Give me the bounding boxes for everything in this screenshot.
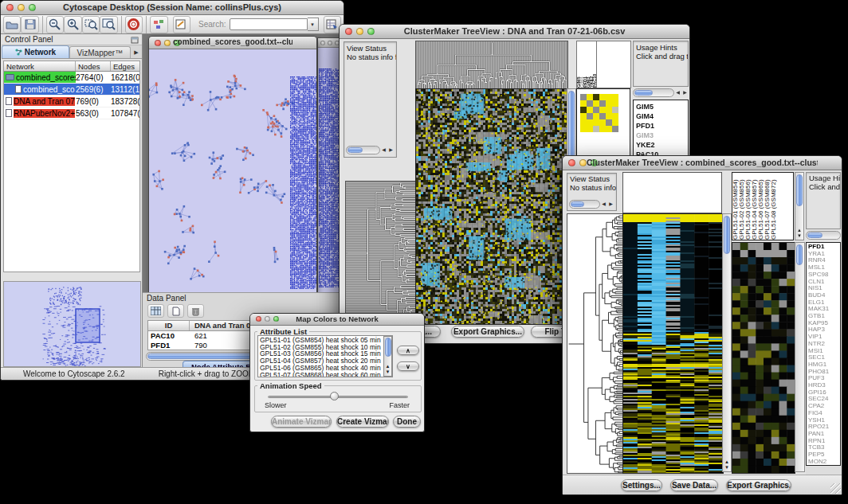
treeview2-collabel-vscrollbar[interactable]: ▲ ▼: [795, 172, 804, 240]
view-status-hscrollbar[interactable]: ◀ ▶: [569, 199, 614, 209]
network-row-rnapubernov2[interactable]: RNAPuberNov2+ 563(0) 107847(0): [4, 107, 139, 119]
close-icon[interactable]: [6, 4, 14, 11]
treeview2-zoom-vscrollbar[interactable]: [795, 242, 805, 472]
minimize-icon[interactable]: [356, 28, 363, 35]
scroll-left-icon[interactable]: ◀: [600, 200, 607, 209]
help-button[interactable]: [125, 16, 143, 33]
treeview1-hints-hscrollbar[interactable]: ◀ ▶: [633, 88, 689, 98]
treeview2-column-dendrogram-area[interactable]: [622, 172, 722, 213]
scroll-up-icon[interactable]: ▲: [384, 364, 391, 369]
treeview2-vscrollbar[interactable]: ▲ ▼: [722, 213, 732, 472]
scrollbar-thumb[interactable]: [807, 232, 822, 238]
tab-overflow-button[interactable]: ▶: [131, 46, 142, 58]
treeview2-heatmap[interactable]: [622, 213, 724, 474]
column-label[interactable]: GPL51-02 (GSM855): [739, 173, 745, 240]
speed-slider-thumb[interactable]: [330, 392, 339, 400]
tab-network[interactable]: Network: [2, 45, 69, 58]
gene-label[interactable]: PHO81: [808, 369, 840, 376]
gene-label[interactable]: SEC24: [808, 396, 840, 403]
gene-label[interactable]: YKE2: [636, 140, 688, 150]
attribute-list-item[interactable]: GPL51-06 (GSM865) heat shock 40 min: [260, 365, 391, 372]
gene-label[interactable]: NIS1: [808, 285, 840, 292]
annotation-button[interactable]: [173, 16, 190, 33]
column-header-nodes[interactable]: Nodes: [76, 61, 111, 71]
network-row-dna-and-tran[interactable]: DNA and Tran 07 769(0) 183728(0): [4, 96, 139, 107]
treeview2-row-dendrogram[interactable]: [567, 213, 624, 474]
gene-label[interactable]: TCB3: [808, 444, 840, 451]
minimize-icon[interactable]: [265, 316, 270, 322]
minimize-icon[interactable]: [579, 159, 587, 166]
gene-label[interactable]: MAK31: [808, 306, 840, 313]
gene-label[interactable]: VIP1: [808, 334, 840, 341]
gene-label[interactable]: PFD1: [636, 121, 688, 131]
treeview1-zoom-heatmap[interactable]: [580, 94, 618, 132]
done-button[interactable]: Done: [393, 416, 421, 428]
gene-label[interactable]: BUD4: [808, 292, 840, 299]
gene-label[interactable]: YSH1: [808, 417, 840, 424]
gene-label[interactable]: GTB1: [808, 313, 840, 320]
gene-label[interactable]: GPI16: [808, 389, 840, 397]
zoom-in-button[interactable]: [64, 16, 81, 33]
close-icon[interactable]: [320, 41, 325, 45]
export-graphics-button[interactable]: Export Graphics...: [451, 326, 524, 338]
dialog-titlebar[interactable]: Map Colors to Network: [250, 314, 424, 326]
network-view-titlebar[interactable]: combined_scores_good.txt--cluste...: [149, 37, 316, 49]
column-label[interactable]: GPL51-08 (GSM872): [771, 173, 777, 240]
resize-grip[interactable]: [830, 483, 841, 494]
animate-vizmap-button[interactable]: Animate Vizmap: [271, 416, 332, 428]
export-graphics-button[interactable]: Export Graphics...: [726, 479, 791, 491]
save-session-button[interactable]: [21, 16, 38, 33]
float-panel-icon[interactable]: [131, 33, 139, 47]
network-row-combined-scores[interactable]: combined_scores 2764(0) 16218(0): [4, 72, 139, 84]
gene-label[interactable]: RNR4: [808, 257, 840, 264]
scrollbar-thumb[interactable]: [796, 244, 803, 265]
gene-label[interactable]: MSL1: [808, 264, 840, 272]
search-dropdown-button[interactable]: ▼: [308, 18, 319, 31]
scroll-right-icon[interactable]: ▶: [681, 88, 689, 97]
create-vizmap-button[interactable]: Create Vizmap: [336, 416, 389, 428]
column-label[interactable]: GPL51-03 (GSM856): [745, 173, 752, 240]
attribute-list-item[interactable]: GPL51-01 (GSM854) heat shock 05 min: [260, 337, 391, 344]
attribute-list-item[interactable]: GPL51-07 (GSM868) heat shock 60 min: [260, 372, 391, 377]
gene-label[interactable]: PEP5: [808, 451, 840, 459]
scrollbar-thumb[interactable]: [634, 90, 653, 96]
gene-label[interactable]: MSI1: [808, 348, 840, 355]
column-label[interactable]: GPL51-06 (GSM865): [758, 173, 764, 240]
gene-label[interactable]: GIM3: [636, 131, 688, 140]
select-attributes-button[interactable]: [147, 304, 164, 318]
treeview1-heatmap[interactable]: [415, 88, 568, 325]
view-status-hscrollbar[interactable]: ◀ ▶: [346, 145, 395, 155]
gene-label[interactable]: SEC1: [808, 354, 840, 361]
treeview1-titlebar[interactable]: ClusterMaker TreeView : DNA and Tran 07-…: [340, 25, 689, 39]
scrollbar-thumb[interactable]: [347, 147, 363, 153]
minimize-icon[interactable]: [328, 41, 332, 45]
search-input[interactable]: [230, 18, 308, 30]
close-icon[interactable]: [256, 316, 261, 322]
gene-label[interactable]: ELG1: [808, 299, 840, 307]
scroll-down-icon[interactable]: ▼: [384, 369, 391, 375]
gene-label[interactable]: HAP3: [808, 326, 840, 334]
scroll-right-icon[interactable]: ▶: [387, 146, 395, 154]
gene-label[interactable]: MON2: [808, 459, 840, 466]
column-label[interactable]: GPL51-04 (GSM857): [752, 173, 758, 240]
scroll-up-icon[interactable]: ▲: [723, 459, 731, 465]
move-attribute-up-button[interactable]: ∧: [397, 346, 419, 355]
close-icon[interactable]: [155, 40, 161, 46]
column-header-edges[interactable]: Edges: [111, 61, 139, 71]
scroll-left-icon[interactable]: ◀: [674, 88, 681, 97]
save-data-button[interactable]: Save Data...: [670, 479, 718, 491]
gene-label[interactable]: CPA2: [808, 403, 840, 410]
column-label[interactable]: PAC10: [593, 41, 596, 88]
main-titlebar[interactable]: Cytoscape Desktop (Session Name: collins…: [1, 1, 344, 15]
tab-vizmapper[interactable]: VizMapper™: [69, 46, 131, 58]
treeview2-zoom-heatmap[interactable]: [732, 242, 795, 474]
column-label[interactable]: GPL51-07 (GSM868): [764, 173, 771, 240]
open-session-button[interactable]: [3, 16, 21, 33]
zoom-fit-button[interactable]: [100, 16, 117, 33]
gene-label[interactable]: NTR2: [808, 341, 840, 348]
gene-label[interactable]: GIM4: [636, 111, 688, 121]
gene-label[interactable]: PFD1: [808, 244, 840, 251]
network-overview-canvas[interactable]: [4, 282, 140, 366]
zoom-selected-button[interactable]: [82, 16, 100, 33]
modify-network-button[interactable]: [150, 16, 167, 33]
